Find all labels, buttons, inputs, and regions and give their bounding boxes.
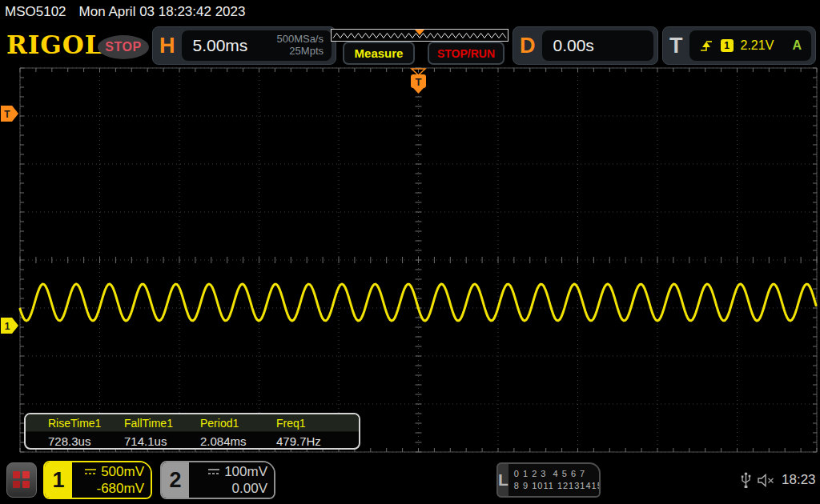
measurement-results-panel[interactable]: RiseTime1 FallTime1 Period1 Freq1 728.3u… — [24, 413, 360, 450]
digital-row2: 8 9 1011 12131415 — [514, 480, 601, 492]
digital-row1: 0 1 2 3 4 5 6 7 — [514, 468, 601, 480]
channel2-number: 2 — [162, 462, 189, 498]
trigger-label: T — [669, 34, 683, 58]
ch1-ground-marker[interactable]: 1 — [1, 318, 18, 334]
ch1-waveform — [20, 284, 816, 321]
usb-icon — [741, 472, 751, 489]
dc-coupling-icon — [84, 467, 97, 475]
delay-label: D — [520, 34, 536, 58]
top-info-bar: MSO5102 Mon April 03 18:23:42 2023 — [0, 0, 820, 24]
grid — [20, 68, 817, 452]
ch1-marker-number: 1 — [5, 321, 10, 332]
menu-button[interactable] — [6, 462, 37, 498]
measurement-value: 728.3us — [48, 434, 124, 448]
channel1-status-block[interactable]: 1 500mV -680mV — [43, 461, 152, 499]
channel1-number: 1 — [45, 462, 72, 498]
trigger-inset: 1 2.21V A — [689, 30, 812, 61]
measurement-value: 714.1us — [124, 434, 200, 448]
horizontal-label: H — [159, 34, 175, 58]
preview-zigzag — [332, 30, 508, 41]
trigger-settings-panel[interactable]: T 1 2.21V A — [662, 26, 816, 65]
memory-depth: 25Mpts — [276, 46, 324, 58]
measurement-label: FallTime1 — [124, 417, 200, 430]
trigger-level-value: 2.21V — [741, 38, 774, 53]
channel1-scale: 500mV — [101, 463, 144, 480]
dc-coupling-icon — [207, 467, 220, 475]
datetime-text: Mon April 03 18:23:42 2023 — [79, 4, 246, 20]
channel2-offset: 0.00V — [232, 480, 267, 497]
acquisition-rates: 500MSa/s 25Mpts — [276, 34, 324, 58]
horizontal-settings-panel[interactable]: H 5.00ms 500MSa/s 25Mpts — [152, 26, 336, 65]
horizontal-inset: 5.00ms 500MSa/s 25Mpts — [182, 30, 332, 61]
channel1-values: 500mV -680mV — [72, 462, 151, 498]
digital-label: L — [498, 464, 508, 496]
stop-run-button[interactable]: STOP/RUN — [428, 42, 504, 65]
measurement-values-row: 728.3us 714.1us 2.084ms 479.7Hz — [26, 432, 359, 450]
status-tray: 18:23 — [741, 468, 817, 492]
speaker-muted-icon — [758, 474, 775, 487]
trigger-level-letter: T — [4, 109, 10, 120]
acquisition-status-badge: STOP — [98, 35, 149, 59]
digital-channels-block[interactable]: L 0 1 2 3 4 5 6 7 8 9 1011 12131415 — [496, 462, 601, 498]
trigger-sweep-mode: A — [792, 38, 802, 53]
oscilloscope-screen: MSO5102 Mon April 03 18:23:42 2023 RIGOL… — [0, 0, 820, 504]
measure-button[interactable]: Measure — [343, 42, 415, 65]
sample-rate: 500MSa/s — [276, 34, 324, 46]
delay-value: 0.00s — [553, 36, 594, 55]
channel2-status-block[interactable]: 2 100mV 0.00V — [160, 461, 275, 499]
measurement-label: Freq1 — [276, 417, 352, 430]
trigger-level-marker[interactable]: T — [1, 106, 18, 122]
measurement-label: RiseTime1 — [48, 417, 124, 430]
rigol-logo: RIGOL — [6, 30, 103, 59]
graticule-area: T T 1 — [0, 67, 820, 453]
measurement-value: 479.7Hz — [276, 434, 352, 448]
clock-text: 18:23 — [782, 472, 816, 488]
channel2-values: 100mV 0.00V — [189, 462, 274, 498]
measurement-labels-row: RiseTime1 FallTime1 Period1 Freq1 — [26, 414, 359, 432]
channel1-offset: -680mV — [96, 480, 144, 497]
trigger-position-letter: T — [416, 76, 422, 88]
channel2-scale: 100mV — [224, 463, 267, 480]
menu-grid-icon — [13, 471, 30, 489]
delay-inset: 0.00s — [542, 30, 654, 61]
rising-edge-icon — [699, 39, 713, 52]
delay-settings-panel[interactable]: D 0.00s — [512, 26, 658, 65]
digital-channel-numbers: 0 1 2 3 4 5 6 7 8 9 1011 12131415 — [508, 464, 601, 496]
measurement-value: 2.084ms — [200, 434, 276, 448]
timebase-value: 5.00ms — [193, 36, 248, 55]
trigger-source-badge: 1 — [721, 39, 734, 52]
waveform-preview-strip[interactable] — [331, 29, 508, 42]
model-name: MSO5102 — [5, 4, 66, 20]
measurement-label: Period1 — [200, 417, 276, 430]
